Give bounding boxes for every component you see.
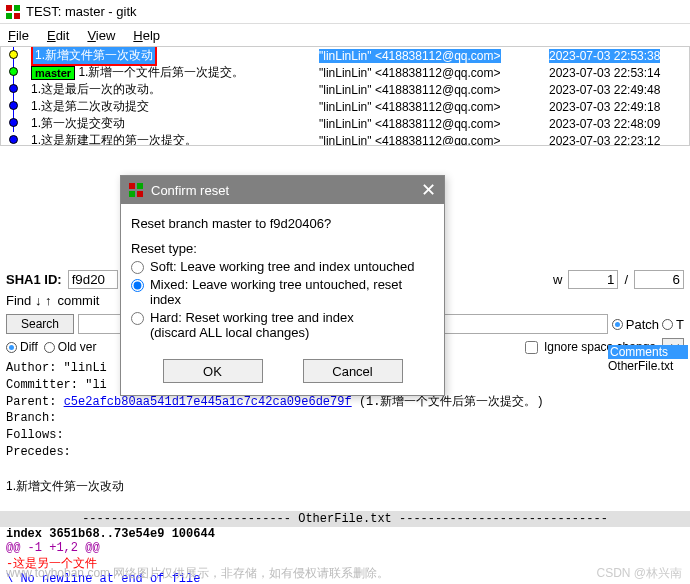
commit-message: 1.新增一个文件后第一次提交。 xyxy=(78,64,244,81)
search-button[interactable]: Search xyxy=(6,314,74,334)
commit-subject: 1.新增文件第一次改动 xyxy=(6,478,684,495)
branch-tag: master xyxy=(31,66,75,80)
menu-help[interactable]: Help xyxy=(133,28,160,43)
reset-type-label: Reset type: xyxy=(131,241,434,256)
commit-date: 2023-07-03 22:49:18 xyxy=(549,100,689,114)
commit-author: "linLinLin" <418838112@qq.com> xyxy=(319,83,549,97)
row-total[interactable] xyxy=(634,270,684,289)
svg-rect-7 xyxy=(137,191,143,197)
commit-row[interactable]: master 1.新增一个文件后第一次提交。 "linLinLin" <4188… xyxy=(1,64,689,81)
commit-date: 2023-07-03 22:49:48 xyxy=(549,83,689,97)
find-type[interactable]: commit xyxy=(58,293,100,308)
hard-radio[interactable] xyxy=(131,312,144,325)
tree-radio[interactable] xyxy=(662,319,673,330)
commit-date: 2023-07-03 22:48:09 xyxy=(549,117,689,131)
svg-rect-6 xyxy=(129,191,135,197)
menu-edit[interactable]: Edit xyxy=(47,28,69,43)
watermark: CSDN @林兴南 xyxy=(596,565,682,582)
svg-rect-3 xyxy=(14,13,20,19)
commit-author: "linLinLin" <418838112@qq.com> xyxy=(319,100,549,114)
file-panel: Comments OtherFile.txt xyxy=(608,345,688,373)
window-title: TEST: master - gitk xyxy=(26,4,137,19)
menubar: File Edit View Help xyxy=(0,24,690,46)
precedes-line: Precedes: xyxy=(6,444,684,461)
commit-message: 1.这是新建工程的第一次提交。 xyxy=(31,132,319,146)
close-icon[interactable]: ✕ xyxy=(421,179,436,201)
footer-text: www.toyhoban.com 网络图片仅供展示，非存储，如有侵权请联系删除。 xyxy=(6,565,389,582)
diff-radio[interactable] xyxy=(6,342,17,353)
commit-node-icon xyxy=(9,101,18,110)
cancel-button[interactable]: Cancel xyxy=(303,359,403,383)
sha-label: SHA1 ID: xyxy=(6,272,62,287)
ignore-space-checkbox[interactable] xyxy=(525,341,538,354)
ok-button[interactable]: OK xyxy=(163,359,263,383)
row-pos[interactable] xyxy=(568,270,618,289)
dialog-icon xyxy=(129,183,143,197)
parent-hash-link[interactable]: c5e2afcb80aa541d17e445a1c7c42ca09e6de79f xyxy=(64,395,352,409)
parent-label: Parent: xyxy=(6,395,56,409)
commit-row[interactable]: 1.这是最后一次的改动。 "linLinLin" <418838112@qq.c… xyxy=(1,81,689,98)
dialog-question: Reset branch master to f9d20406? xyxy=(131,216,434,231)
commit-row[interactable]: 1.这是新建工程的第一次提交。 "linLinLin" <418838112@q… xyxy=(1,132,689,146)
app-icon xyxy=(6,5,20,19)
branch-line: Branch: xyxy=(6,410,684,427)
dialog-title: Confirm reset xyxy=(151,183,229,198)
commit-message: 1.这是最后一次的改动。 xyxy=(31,81,319,98)
oldver-radio[interactable] xyxy=(44,342,55,353)
mixed-radio[interactable] xyxy=(131,279,144,292)
commit-row[interactable]: 1.新增文件第一次改动 "linLinLin" <418838112@qq.co… xyxy=(1,47,689,64)
soft-label: Soft: Leave working tree and index untou… xyxy=(150,259,415,274)
mixed-label: Mixed: Leave working tree untouched, res… xyxy=(150,277,434,307)
diff-file-header: ----------------------------- OtherFile.… xyxy=(0,511,690,527)
menu-view[interactable]: View xyxy=(87,28,115,43)
confirm-reset-dialog: Confirm reset ✕ Reset branch master to f… xyxy=(120,175,445,396)
comments-item[interactable]: Comments xyxy=(608,345,688,359)
parent-msg: (1.新增一个文件后第一次提交。) xyxy=(359,395,544,409)
commit-author: "linLinLin" <418838112@qq.com> xyxy=(319,49,501,63)
soft-radio[interactable] xyxy=(131,261,144,274)
sha-input[interactable] xyxy=(68,270,118,289)
commit-node-icon xyxy=(9,67,18,76)
commit-message: 1.新增文件第一次改动 xyxy=(31,46,157,66)
commit-author: "linLinLin" <418838112@qq.com> xyxy=(319,134,549,147)
commit-row[interactable]: 1.这是第二次改动提交 "linLinLin" <418838112@qq.co… xyxy=(1,98,689,115)
patch-radio[interactable] xyxy=(612,319,623,330)
commit-author: "linLinLin" <418838112@qq.com> xyxy=(319,117,549,131)
commit-node-icon xyxy=(9,50,18,59)
follows-line: Follows: xyxy=(6,427,684,444)
commit-message: 1.第一次提交变动 xyxy=(31,115,319,132)
commit-date: 2023-07-03 22:53:14 xyxy=(549,66,689,80)
svg-rect-4 xyxy=(129,183,135,189)
commit-row[interactable]: 1.第一次提交变动 "linLinLin" <418838112@qq.com>… xyxy=(1,115,689,132)
commit-date: 2023-07-03 22:23:12 xyxy=(549,134,689,147)
svg-rect-2 xyxy=(6,13,12,19)
window-titlebar: TEST: master - gitk xyxy=(0,0,690,24)
find-label: Find ↓ ↑ xyxy=(6,293,52,308)
dialog-titlebar[interactable]: Confirm reset ✕ xyxy=(121,176,444,204)
menu-file[interactable]: File xyxy=(8,28,29,43)
commit-message: 1.这是第二次改动提交 xyxy=(31,98,319,115)
commit-list[interactable]: 1.新增文件第一次改动 "linLinLin" <418838112@qq.co… xyxy=(0,46,690,146)
commit-author: "linLinLin" <418838112@qq.com> xyxy=(319,66,549,80)
svg-rect-0 xyxy=(6,5,12,11)
commit-node-icon xyxy=(9,84,18,93)
commit-node-icon xyxy=(9,118,18,127)
svg-rect-5 xyxy=(137,183,143,189)
commit-node-icon xyxy=(9,135,18,144)
file-item[interactable]: OtherFile.txt xyxy=(608,359,688,373)
commit-date: 2023-07-03 22:53:38 xyxy=(549,49,660,63)
hard-label: Hard: Reset working tree and index(disca… xyxy=(150,310,354,340)
svg-rect-1 xyxy=(14,5,20,11)
